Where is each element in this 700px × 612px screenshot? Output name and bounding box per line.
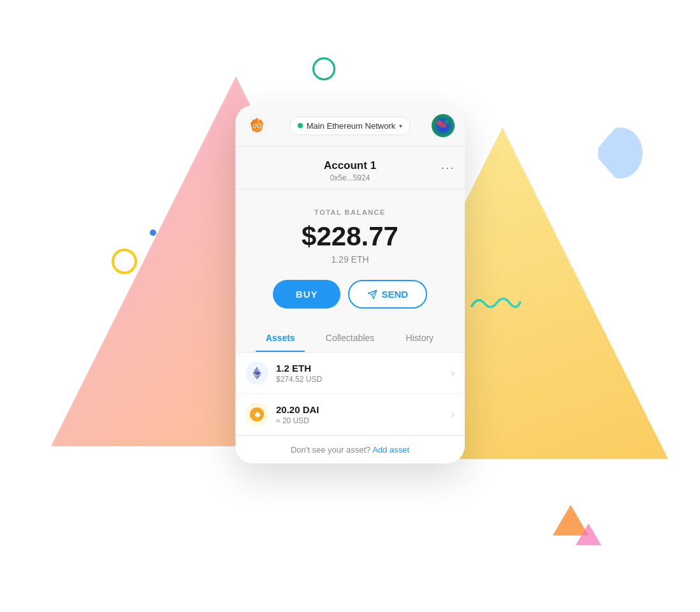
balance-section: TOTAL BALANCE $228.77 1.29 ETH BUY SEND [235, 189, 465, 324]
add-asset-link[interactable]: Add asset [372, 445, 409, 455]
asset-details: 20.20 DAI ≈ 20 USD [276, 404, 451, 425]
chevron-right-icon: › [451, 367, 455, 379]
chevron-right-icon: › [451, 409, 455, 420]
asset-amount: 20.20 DAI [276, 404, 451, 415]
svg-point-14 [432, 114, 455, 137]
avatar[interactable] [432, 114, 455, 137]
card-header: Main Ethereum Network ▾ [235, 105, 465, 147]
asset-usd: $274.52 USD [276, 375, 451, 384]
svg-point-17 [441, 127, 445, 132]
send-button[interactable]: SEND [348, 280, 427, 309]
list-item[interactable]: ◈ 20.20 DAI ≈ 20 USD › [235, 394, 465, 435]
buy-button[interactable]: BUY [273, 280, 341, 309]
svg-point-9 [256, 127, 258, 129]
network-status-dot [298, 123, 303, 128]
add-asset-footer: Don't see your asset? Add asset [235, 435, 465, 463]
send-icon [367, 289, 377, 300]
more-options-button[interactable]: ··· [441, 161, 455, 175]
green-circle-icon [312, 57, 335, 80]
eth-token-icon [245, 361, 268, 384]
pink-triangle-small-icon [576, 523, 601, 545]
svg-point-8 [258, 125, 259, 126]
asset-details: 1.2 ETH $274.52 USD [276, 363, 451, 384]
footer-text: Don't see your asset? [291, 445, 370, 455]
balance-label: TOTAL BALANCE [245, 208, 455, 216]
tab-assets[interactable]: Assets [245, 324, 315, 352]
asset-usd: ≈ 20 USD [276, 416, 451, 425]
blue-dot-icon [150, 229, 156, 236]
dai-token-icon: ◈ [245, 403, 268, 426]
svg-point-7 [254, 125, 255, 126]
balance-eth: 1.29 ETH [245, 254, 455, 265]
account-address: 0x5e...5924 [324, 173, 376, 182]
teal-squiggle-icon [470, 293, 521, 315]
svg-text:◈: ◈ [254, 410, 261, 419]
chevron-down-icon: ▾ [399, 122, 402, 129]
metamask-fox-logo [245, 114, 268, 137]
account-section: Account 1 0x5e...5924 ··· [235, 147, 465, 189]
svg-point-15 [437, 120, 442, 126]
blue-crescent-icon [598, 127, 643, 178]
svg-point-16 [445, 120, 449, 124]
orange-triangle-icon [553, 505, 588, 536]
metamask-wallet-card: Main Ethereum Network ▾ [235, 105, 465, 463]
account-info: Account 1 0x5e...5924 [324, 159, 376, 182]
tab-history[interactable]: History [385, 324, 455, 352]
account-name: Account 1 [324, 159, 376, 172]
tab-collectables[interactable]: Collectables [315, 324, 384, 352]
asset-amount: 1.2 ETH [276, 363, 451, 374]
yellow-circle-icon [112, 249, 137, 274]
network-selector[interactable]: Main Ethereum Network ▾ [289, 117, 411, 135]
action-buttons: BUY SEND [245, 280, 455, 309]
balance-usd: $228.77 [245, 221, 455, 252]
list-item[interactable]: 1.2 ETH $274.52 USD › [235, 353, 465, 394]
asset-list: 1.2 ETH $274.52 USD › ◈ 20.20 DAI ≈ 20 U… [235, 353, 465, 435]
tabs: Assets Collectables History [235, 324, 465, 353]
send-label: SEND [381, 289, 408, 300]
network-label: Main Ethereum Network [307, 121, 395, 131]
